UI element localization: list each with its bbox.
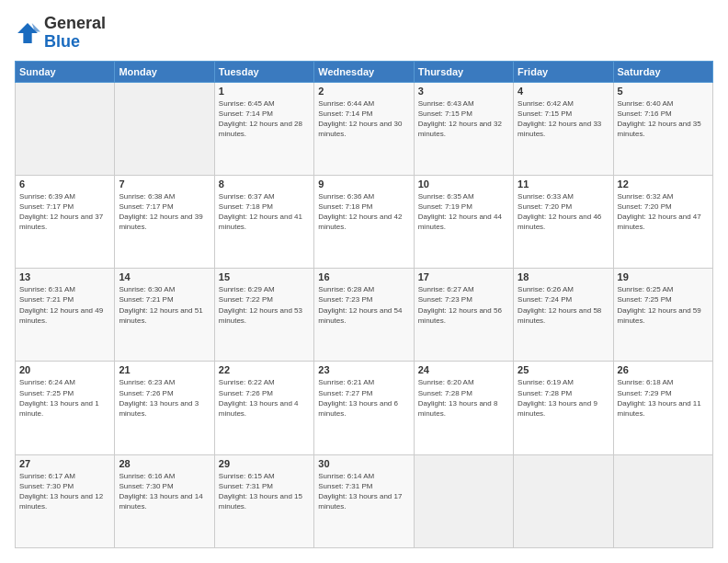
day-number: 7: [119, 178, 210, 190]
day-cell: 6Sunrise: 6:39 AM Sunset: 7:17 PM Daylig…: [16, 175, 115, 268]
column-header-friday: Friday: [514, 61, 613, 82]
day-number: 17: [418, 271, 509, 282]
day-info: Sunrise: 6:43 AM Sunset: 7:15 PM Dayligh…: [418, 98, 509, 140]
day-number: 15: [219, 271, 310, 282]
day-number: 12: [618, 178, 709, 190]
calendar-header-row: SundayMondayTuesdayWednesdayThursdayFrid…: [16, 61, 713, 82]
day-info: Sunrise: 6:30 AM Sunset: 7:21 PM Dayligh…: [119, 284, 210, 326]
day-cell: 13Sunrise: 6:31 AM Sunset: 7:21 PM Dayli…: [16, 269, 115, 362]
day-cell: 7Sunrise: 6:38 AM Sunset: 7:17 PM Daylig…: [115, 175, 214, 268]
day-info: Sunrise: 6:35 AM Sunset: 7:19 PM Dayligh…: [418, 191, 509, 233]
day-cell: 10Sunrise: 6:35 AM Sunset: 7:19 PM Dayli…: [414, 175, 513, 268]
day-info: Sunrise: 6:19 AM Sunset: 7:28 PM Dayligh…: [518, 377, 609, 419]
day-info: Sunrise: 6:37 AM Sunset: 7:18 PM Dayligh…: [219, 191, 310, 233]
day-info: Sunrise: 6:15 AM Sunset: 7:31 PM Dayligh…: [219, 471, 310, 512]
week-row-5: 27Sunrise: 6:17 AM Sunset: 7:30 PM Dayli…: [16, 454, 713, 547]
logo: General Blue: [15, 15, 106, 52]
day-cell: 3Sunrise: 6:43 AM Sunset: 7:15 PM Daylig…: [414, 82, 513, 175]
day-info: Sunrise: 6:14 AM Sunset: 7:31 PM Dayligh…: [318, 471, 409, 512]
day-cell: 11Sunrise: 6:33 AM Sunset: 7:20 PM Dayli…: [514, 175, 613, 268]
column-header-saturday: Saturday: [613, 61, 712, 82]
column-header-sunday: Sunday: [16, 61, 115, 82]
day-info: Sunrise: 6:38 AM Sunset: 7:17 PM Dayligh…: [119, 191, 210, 233]
logo-icon: [15, 20, 40, 46]
day-number: 28: [119, 458, 210, 469]
day-cell: 28Sunrise: 6:16 AM Sunset: 7:30 PM Dayli…: [115, 454, 214, 547]
day-cell: 12Sunrise: 6:32 AM Sunset: 7:20 PM Dayli…: [613, 175, 712, 268]
day-number: 16: [318, 271, 409, 282]
day-number: 18: [518, 271, 609, 282]
day-cell: 17Sunrise: 6:27 AM Sunset: 7:23 PM Dayli…: [414, 269, 513, 362]
day-number: 19: [618, 271, 709, 282]
column-header-monday: Monday: [115, 61, 214, 82]
day-info: Sunrise: 6:27 AM Sunset: 7:23 PM Dayligh…: [418, 284, 509, 326]
day-info: Sunrise: 6:40 AM Sunset: 7:16 PM Dayligh…: [618, 98, 709, 140]
day-info: Sunrise: 6:28 AM Sunset: 7:23 PM Dayligh…: [318, 284, 409, 326]
day-info: Sunrise: 6:23 AM Sunset: 7:26 PM Dayligh…: [119, 377, 210, 419]
day-number: 11: [518, 178, 609, 190]
day-number: 20: [19, 364, 110, 375]
week-row-4: 20Sunrise: 6:24 AM Sunset: 7:25 PM Dayli…: [16, 362, 713, 454]
day-cell: 19Sunrise: 6:25 AM Sunset: 7:25 PM Dayli…: [613, 269, 712, 362]
day-number: 29: [219, 458, 310, 469]
day-number: 9: [318, 178, 409, 190]
day-info: Sunrise: 6:42 AM Sunset: 7:15 PM Dayligh…: [518, 98, 609, 140]
week-row-1: 1Sunrise: 6:45 AM Sunset: 7:14 PM Daylig…: [16, 82, 713, 175]
day-number: 25: [518, 364, 609, 375]
day-info: Sunrise: 6:24 AM Sunset: 7:25 PM Dayligh…: [19, 377, 110, 419]
day-info: Sunrise: 6:17 AM Sunset: 7:30 PM Dayligh…: [19, 471, 110, 512]
day-cell: 16Sunrise: 6:28 AM Sunset: 7:23 PM Dayli…: [314, 269, 414, 362]
column-header-tuesday: Tuesday: [214, 61, 313, 82]
day-cell: 30Sunrise: 6:14 AM Sunset: 7:31 PM Dayli…: [314, 454, 414, 547]
day-info: Sunrise: 6:44 AM Sunset: 7:14 PM Dayligh…: [318, 98, 409, 140]
day-info: Sunrise: 6:26 AM Sunset: 7:24 PM Dayligh…: [518, 284, 609, 326]
day-number: 1: [219, 86, 310, 97]
day-cell: 23Sunrise: 6:21 AM Sunset: 7:27 PM Dayli…: [314, 362, 414, 454]
day-cell: 2Sunrise: 6:44 AM Sunset: 7:14 PM Daylig…: [314, 82, 414, 175]
day-number: 30: [318, 458, 409, 469]
day-cell: 24Sunrise: 6:20 AM Sunset: 7:28 PM Dayli…: [414, 362, 513, 454]
day-cell: 29Sunrise: 6:15 AM Sunset: 7:31 PM Dayli…: [214, 454, 313, 547]
day-info: Sunrise: 6:33 AM Sunset: 7:20 PM Dayligh…: [518, 191, 609, 233]
day-info: Sunrise: 6:45 AM Sunset: 7:14 PM Dayligh…: [219, 98, 310, 140]
day-cell: 18Sunrise: 6:26 AM Sunset: 7:24 PM Dayli…: [514, 269, 613, 362]
page: General Blue SundayMondayTuesdayWednesda…: [0, 0, 728, 563]
day-info: Sunrise: 6:29 AM Sunset: 7:22 PM Dayligh…: [219, 284, 310, 326]
day-number: 23: [318, 364, 409, 375]
day-number: 5: [618, 86, 709, 97]
column-header-wednesday: Wednesday: [314, 61, 414, 82]
day-cell: 9Sunrise: 6:36 AM Sunset: 7:18 PM Daylig…: [314, 175, 414, 268]
day-info: Sunrise: 6:25 AM Sunset: 7:25 PM Dayligh…: [618, 284, 709, 326]
day-cell: [414, 454, 513, 547]
day-cell: 8Sunrise: 6:37 AM Sunset: 7:18 PM Daylig…: [214, 175, 313, 268]
column-header-thursday: Thursday: [414, 61, 513, 82]
day-cell: 26Sunrise: 6:18 AM Sunset: 7:29 PM Dayli…: [613, 362, 712, 454]
day-cell: [613, 454, 712, 547]
logo-text: General Blue: [44, 15, 106, 52]
day-number: 21: [119, 364, 210, 375]
day-cell: 15Sunrise: 6:29 AM Sunset: 7:22 PM Dayli…: [214, 269, 313, 362]
day-cell: 1Sunrise: 6:45 AM Sunset: 7:14 PM Daylig…: [214, 82, 313, 175]
day-number: 26: [618, 364, 709, 375]
day-cell: 22Sunrise: 6:22 AM Sunset: 7:26 PM Dayli…: [214, 362, 313, 454]
day-cell: [514, 454, 613, 547]
day-number: 24: [418, 364, 509, 375]
week-row-3: 13Sunrise: 6:31 AM Sunset: 7:21 PM Dayli…: [16, 269, 713, 362]
day-number: 6: [19, 178, 110, 190]
day-number: 4: [518, 86, 609, 97]
day-number: 27: [19, 458, 110, 469]
day-cell: 21Sunrise: 6:23 AM Sunset: 7:26 PM Dayli…: [115, 362, 214, 454]
day-number: 8: [219, 178, 310, 190]
day-cell: 27Sunrise: 6:17 AM Sunset: 7:30 PM Dayli…: [16, 454, 115, 547]
day-number: 3: [418, 86, 509, 97]
day-info: Sunrise: 6:20 AM Sunset: 7:28 PM Dayligh…: [418, 377, 509, 419]
day-cell: 4Sunrise: 6:42 AM Sunset: 7:15 PM Daylig…: [514, 82, 613, 175]
day-info: Sunrise: 6:22 AM Sunset: 7:26 PM Dayligh…: [219, 377, 310, 419]
week-row-2: 6Sunrise: 6:39 AM Sunset: 7:17 PM Daylig…: [16, 175, 713, 268]
day-cell: 14Sunrise: 6:30 AM Sunset: 7:21 PM Dayli…: [115, 269, 214, 362]
day-cell: 25Sunrise: 6:19 AM Sunset: 7:28 PM Dayli…: [514, 362, 613, 454]
day-cell: 20Sunrise: 6:24 AM Sunset: 7:25 PM Dayli…: [16, 362, 115, 454]
header: General Blue: [15, 15, 713, 52]
day-info: Sunrise: 6:18 AM Sunset: 7:29 PM Dayligh…: [618, 377, 709, 419]
day-number: 13: [19, 271, 110, 282]
